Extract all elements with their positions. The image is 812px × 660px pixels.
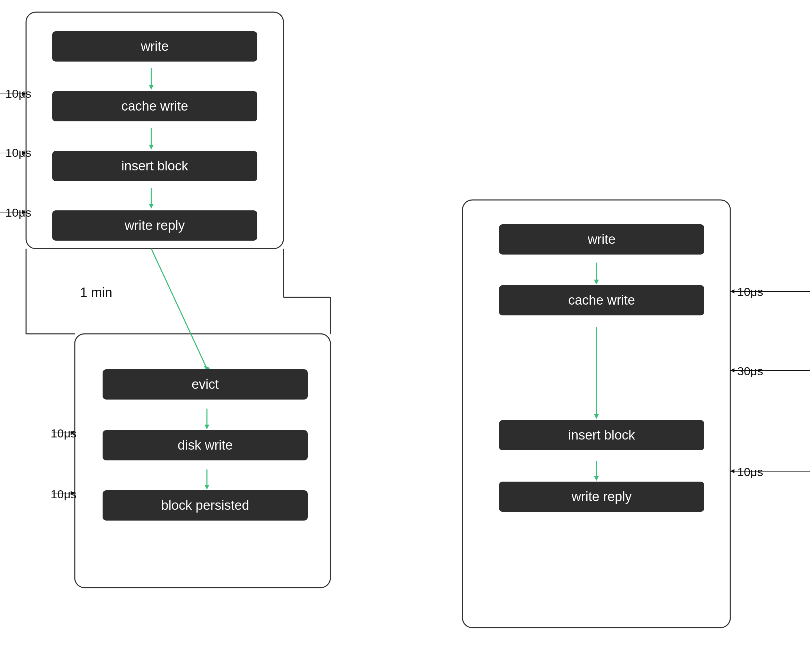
left-ann-1: 10μs bbox=[0, 87, 31, 100]
right-write-reply-label: write reply bbox=[499, 482, 704, 512]
svg-marker-6 bbox=[149, 204, 154, 209]
left-block-persisted-block: block persisted bbox=[103, 490, 308, 520]
left-disk-write-label: disk write bbox=[103, 430, 308, 460]
right-cache-write-block: cache write bbox=[499, 285, 704, 316]
right-write-label: write bbox=[499, 224, 704, 255]
left-block-persisted-label: block persisted bbox=[103, 490, 308, 520]
diagram-container: write 10μs cache write 10μs insert block… bbox=[0, 0, 812, 660]
left-insert-block-block: insert block bbox=[52, 151, 257, 181]
svg-marker-24 bbox=[205, 485, 209, 490]
svg-marker-2 bbox=[149, 85, 154, 90]
svg-marker-40 bbox=[730, 368, 734, 373]
right-ann-3: 10μs bbox=[737, 465, 763, 479]
right-cache-write-label: cache write bbox=[499, 285, 704, 316]
left-insert-block-label: insert block bbox=[52, 151, 257, 181]
left-ann-2: 10μs bbox=[0, 146, 31, 160]
svg-rect-29 bbox=[463, 200, 730, 628]
left-cache-write-block: cache write bbox=[52, 91, 257, 121]
svg-marker-4 bbox=[149, 144, 154, 149]
right-write-block: write bbox=[499, 224, 704, 255]
left-write-reply-label: write reply bbox=[52, 210, 257, 241]
svg-marker-42 bbox=[730, 469, 734, 473]
right-insert-block-block: insert block bbox=[499, 420, 704, 450]
left-evict-label: evict bbox=[103, 369, 308, 400]
left-bot-ann-2: 10μs bbox=[35, 487, 76, 501]
left-write-label: write bbox=[52, 31, 257, 62]
svg-marker-22 bbox=[205, 425, 209, 430]
right-ann-1: 10μs bbox=[737, 285, 763, 299]
left-cache-write-label: cache write bbox=[52, 91, 257, 121]
time-label: 1 min bbox=[80, 285, 112, 300]
right-ann-2: 30μs bbox=[737, 365, 763, 378]
left-bot-ann-1: 10μs bbox=[35, 427, 76, 440]
right-insert-block-label: insert block bbox=[499, 420, 704, 450]
left-evict-block: evict bbox=[103, 369, 308, 400]
left-write-block: write bbox=[52, 31, 257, 62]
svg-marker-33 bbox=[594, 414, 599, 419]
left-write-reply-block: write reply bbox=[52, 210, 257, 241]
right-write-reply-block: write reply bbox=[499, 482, 704, 512]
svg-marker-31 bbox=[594, 279, 599, 284]
svg-line-19 bbox=[151, 249, 207, 369]
left-ann-3: 10μs bbox=[0, 206, 31, 219]
svg-marker-38 bbox=[730, 289, 734, 294]
left-disk-write-block: disk write bbox=[103, 430, 308, 460]
svg-marker-35 bbox=[594, 476, 599, 481]
